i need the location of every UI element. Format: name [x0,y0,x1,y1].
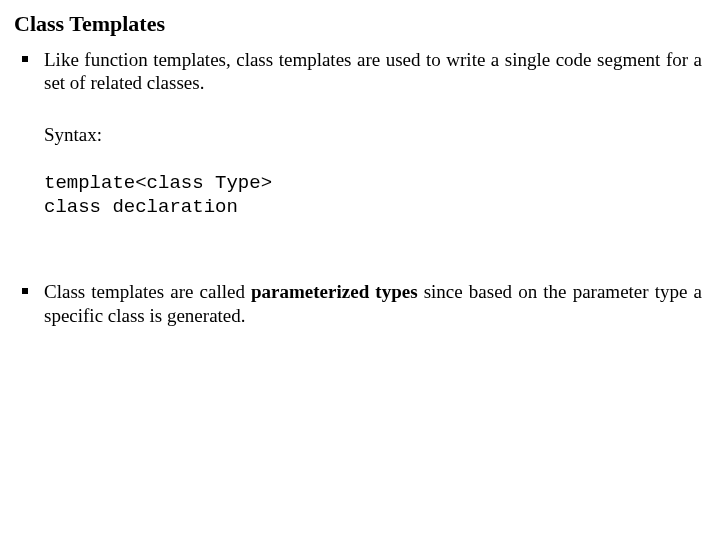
bullet-text: Class templates are called parameterized… [44,280,702,328]
code-line: class declaration [44,195,702,220]
code-block: template<class Type> class declaration [44,171,702,220]
bullet-icon [22,288,28,294]
syntax-label: Syntax: [44,123,702,147]
spacer [44,220,702,266]
list-item: Class templates are called parameterized… [14,280,702,328]
page-title: Class Templates [14,10,702,38]
text-bold: parameterized types [251,281,418,302]
bullet-icon [22,56,28,62]
bullet-list: Like function templates, class templates… [14,48,702,328]
list-item: Like function templates, class templates… [14,48,702,267]
text-pre: Class templates are called [44,281,251,302]
code-line: template<class Type> [44,171,702,196]
bullet-text: Like function templates, class templates… [44,48,702,96]
